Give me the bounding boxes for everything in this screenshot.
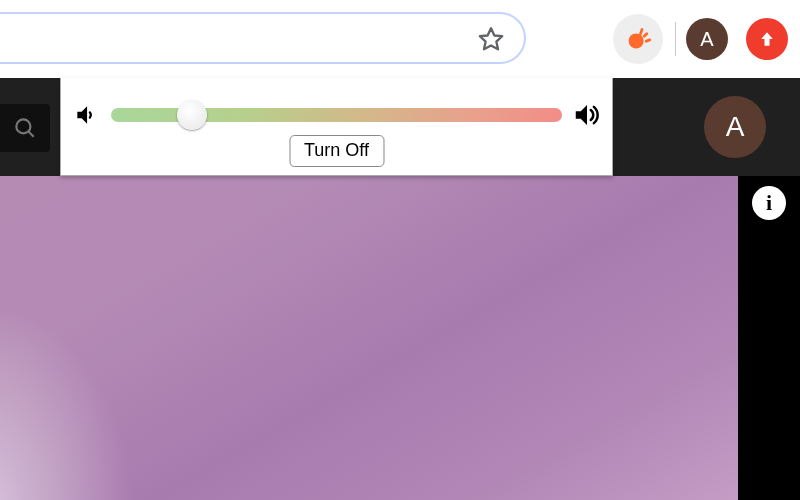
- toolbar-separator: [675, 22, 676, 56]
- svg-rect-2: [639, 28, 644, 36]
- svg-point-5: [16, 119, 30, 133]
- avatar-letter: A: [726, 111, 745, 143]
- extension-popup: Turn Off: [60, 78, 613, 176]
- address-bar[interactable]: [0, 12, 526, 64]
- site-search-box[interactable]: [0, 104, 50, 152]
- arrow-up-icon: [757, 29, 777, 49]
- svg-rect-3: [642, 32, 649, 39]
- volume-burst-icon: [623, 24, 653, 54]
- volume-high-icon: [572, 100, 602, 130]
- avatar-letter: A: [700, 28, 713, 51]
- volume-slider-thumb[interactable]: [177, 100, 207, 130]
- info-button[interactable]: i: [752, 186, 786, 220]
- site-profile-avatar[interactable]: A: [704, 96, 766, 158]
- turn-off-button[interactable]: Turn Off: [289, 135, 384, 167]
- info-icon: i: [766, 192, 772, 214]
- volume-slider[interactable]: [111, 108, 562, 122]
- update-available-button[interactable]: [746, 18, 788, 60]
- svg-line-6: [28, 131, 33, 136]
- svg-marker-0: [480, 28, 502, 49]
- video-player-area[interactable]: [0, 176, 738, 500]
- page-content: i: [0, 176, 800, 500]
- volume-low-icon: [71, 100, 101, 130]
- svg-rect-4: [644, 38, 651, 43]
- profile-avatar-button[interactable]: A: [686, 18, 728, 60]
- extension-button[interactable]: [613, 14, 663, 64]
- browser-toolbar: A: [0, 0, 800, 78]
- bookmark-star-button[interactable]: [472, 20, 510, 58]
- search-icon: [12, 115, 38, 141]
- svg-point-1: [629, 33, 644, 48]
- star-icon: [477, 25, 505, 53]
